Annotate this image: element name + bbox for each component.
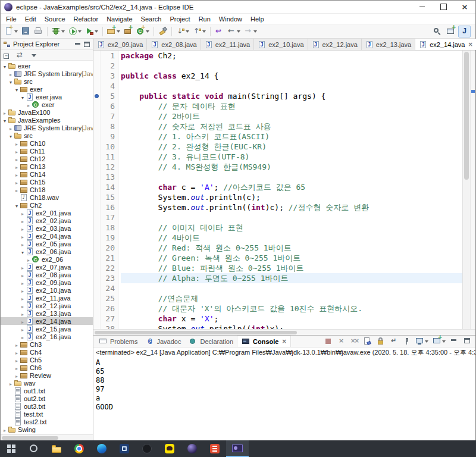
tree-item-src[interactable]: src (1, 132, 93, 139)
editor-vertical-scrollbar[interactable] (462, 51, 470, 329)
line-number[interactable]: 7 (101, 111, 118, 121)
view-tab-console[interactable]: Console (237, 336, 291, 347)
line-number[interactable]: 25 (101, 293, 118, 303)
java-perspective-button[interactable] (458, 26, 471, 37)
tree-item-ex2-11-java[interactable]: ex2_11.java (1, 294, 93, 302)
previous-annotation-button[interactable] (191, 26, 208, 37)
menu-run[interactable]: Run (195, 15, 215, 23)
back-button[interactable] (226, 26, 242, 37)
tree-item-test2-txt[interactable]: test2.txt (1, 418, 93, 425)
expand-arrow-icon[interactable] (20, 271, 26, 278)
collapse-arrow-icon[interactable] (20, 93, 26, 101)
code-line-19[interactable]: // 4바이트 (121, 233, 462, 243)
expand-arrow-icon[interactable] (14, 179, 20, 186)
tree-item-ex2-13-java[interactable]: ex2_13.java (1, 309, 93, 317)
code-line-21[interactable]: // Green: 녹색 원소 0~255 1바이트 (121, 253, 462, 263)
close-button[interactable] (454, 1, 475, 13)
taskbar-red-app-button[interactable] (203, 440, 226, 457)
view-tab-problems[interactable]: Problems (95, 336, 141, 347)
new-java-project-button[interactable] (105, 26, 122, 37)
line-number[interactable]: 21 (101, 253, 118, 263)
minimize-view-button[interactable] (448, 336, 461, 348)
expand-arrow-icon[interactable] (20, 209, 26, 217)
line-number[interactable]: 15 (101, 192, 118, 202)
clear-console-button[interactable] (361, 336, 374, 348)
menu-source[interactable]: Source (40, 15, 70, 23)
terminate-button[interactable] (322, 336, 334, 348)
menu-search[interactable]: Search (137, 15, 166, 23)
tree-item-ch5[interactable]: Ch5 (1, 356, 93, 364)
menu-refactor[interactable]: Refactor (70, 15, 103, 23)
code-line-20[interactable]: // Red: 적색 원소 0~255 1바이트 (121, 243, 462, 253)
tree-item-ex2-12-java[interactable]: ex2_12.java (1, 302, 93, 309)
code-line-25[interactable]: //연습문제 (121, 293, 462, 303)
tree-item-wav[interactable]: wav (1, 379, 93, 387)
forward-button[interactable] (242, 26, 259, 37)
code-line-24[interactable] (121, 283, 462, 293)
next-annotation-button[interactable] (174, 26, 191, 37)
line-number[interactable]: 19 (101, 233, 118, 243)
tree-item-ch18-wav[interactable]: Ch18.wav (1, 193, 93, 201)
scrollbar-thumb[interactable] (464, 52, 469, 180)
console-output[interactable]: A658897aGOOD (93, 357, 475, 440)
taskbar-search-circle-button[interactable] (23, 440, 45, 457)
tree-item-jre-system-library[interactable]: JRE System Library [JavaSE- (1, 70, 93, 77)
tree-item-exer-java[interactable]: exer.java (1, 93, 93, 101)
tree-item-ch13[interactable]: Ch13 (1, 162, 93, 170)
collapse-arrow-icon[interactable] (2, 117, 8, 124)
pin-console-button[interactable] (400, 336, 413, 348)
view-menu-button[interactable] (28, 49, 40, 61)
line-number[interactable]: 14 (101, 182, 118, 192)
tree-item-ch3[interactable]: Ch3 (1, 340, 93, 348)
line-number[interactable]: 27 (101, 314, 118, 324)
taskbar-start-button[interactable] (0, 440, 23, 457)
tree-item-ex2-14-java[interactable]: ex2_14.java (1, 317, 93, 325)
expand-arrow-icon[interactable] (20, 302, 26, 309)
line-number[interactable]: 5 (101, 91, 118, 101)
line-number[interactable]: 8 (101, 121, 118, 132)
menu-help[interactable]: Help (246, 15, 268, 23)
editor-tab-ex2-11-java[interactable]: ex2_11.java (201, 39, 255, 50)
line-number[interactable]: 12 (101, 162, 118, 172)
expand-arrow-icon[interactable] (26, 101, 32, 108)
code-editor[interactable]: package Ch2;public class ex2_14 { public… (118, 51, 462, 329)
editor-horizontal-scrollbar[interactable] (93, 329, 475, 335)
save-button[interactable] (20, 26, 32, 37)
menu-window[interactable]: Window (215, 15, 246, 23)
tree-item-ex2-06-java[interactable]: ex2_06.java (1, 248, 93, 255)
collapse-arrow-icon[interactable] (8, 132, 14, 139)
expand-arrow-icon[interactable] (8, 70, 14, 77)
tree-item-out3-txt[interactable]: out3.txt (1, 402, 93, 410)
taskbar-chrome-button[interactable] (68, 440, 90, 457)
code-line-13[interactable] (121, 172, 462, 182)
expand-arrow-icon[interactable] (20, 318, 26, 325)
explorer-horizontal-scrollbar[interactable] (1, 434, 93, 440)
tab-close-icon[interactable] (282, 339, 287, 345)
editor-tab-ex2-10-java[interactable]: ex2_10.java (254, 39, 308, 50)
code-line-11[interactable]: // 3. 유니코드(UTF-8) (121, 152, 462, 162)
menu-file[interactable]: File (2, 15, 21, 23)
tree-item-review[interactable]: Review (1, 371, 93, 379)
code-line-15[interactable]: System.out.println(c); (121, 192, 462, 202)
line-number[interactable]: 17 (101, 212, 118, 223)
collapse-arrow-icon[interactable] (2, 62, 8, 70)
quick-search-button[interactable] (431, 26, 443, 37)
maximize-button[interactable] (433, 1, 454, 13)
view-tab-declaration[interactable]: Declaration (184, 336, 237, 347)
taskbar-blue-app-button[interactable] (113, 440, 136, 457)
expand-arrow-icon[interactable] (8, 380, 14, 387)
collapse-arrow-icon[interactable] (8, 78, 14, 85)
expand-arrow-icon[interactable] (14, 186, 20, 193)
tree-item-exer[interactable]: exer (1, 62, 93, 70)
expand-arrow-icon[interactable] (20, 240, 26, 248)
tree-item-javaexamples[interactable]: JavaExamples (1, 116, 93, 124)
code-line-28[interactable]: System.out.println((int)x); (121, 324, 462, 329)
expand-arrow-icon[interactable] (20, 264, 26, 271)
expand-arrow-icon[interactable] (20, 217, 26, 224)
last-edit-location-button[interactable] (213, 26, 226, 37)
new-button[interactable] (3, 26, 20, 37)
menu-navigate[interactable]: Navigate (102, 15, 136, 23)
expand-arrow-icon[interactable] (14, 140, 20, 147)
line-number[interactable]: 18 (101, 223, 118, 233)
java-search-button[interactable] (156, 26, 169, 37)
